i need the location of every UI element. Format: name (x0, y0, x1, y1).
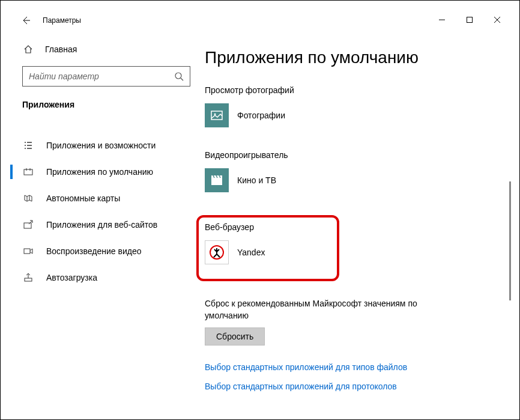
link-filetypes[interactable]: Выбор стандартных приложений для типов ф… (205, 362, 475, 372)
category-label: Просмотр фотографий (205, 85, 475, 95)
nav-startup[interactable]: Автозагрузка (10, 264, 202, 291)
video-icon (22, 246, 34, 256)
svg-rect-2 (24, 169, 32, 175)
category-video: Видеопроигрыватель Кино и ТВ (205, 150, 475, 193)
map-icon (22, 193, 34, 203)
close-icon (494, 17, 500, 23)
sidebar: Главная Найти параметр Приложения Прилож… (10, 30, 202, 410)
category-browser: Веб-браузер Yandex (205, 222, 277, 266)
app-tile-yandex[interactable]: Yandex (205, 239, 277, 266)
close-button[interactable] (483, 11, 511, 29)
nav-label: Автономные карты (46, 193, 120, 203)
reset-button[interactable]: Сбросить (205, 327, 265, 345)
home-label: Главная (45, 44, 77, 54)
svg-rect-8 (211, 178, 222, 185)
list-icon (22, 141, 34, 150)
search-icon (174, 72, 184, 81)
search-input[interactable]: Найти параметр (22, 66, 190, 87)
category-label: Видеопроигрыватель (205, 150, 475, 160)
share-icon (22, 220, 34, 230)
app-name: Фотографии (237, 111, 285, 120)
titlebar: Параметры (10, 11, 511, 30)
window-title: Параметры (43, 16, 81, 25)
reset-button-label: Сбросить (216, 332, 253, 341)
app-name: Yandex (237, 248, 265, 257)
arrow-left-icon (21, 16, 31, 25)
reset-description: Сброс к рекомендованным Майкрософт значе… (205, 298, 457, 321)
startup-icon (22, 273, 34, 282)
svg-rect-3 (24, 223, 31, 228)
nav-websites-apps[interactable]: Приложения для веб-сайтов (10, 212, 202, 238)
main-content: Приложения по умолчанию Просмотр фотогра… (202, 30, 511, 410)
nav-apps-features[interactable]: Приложения и возможности (10, 132, 202, 159)
minimize-icon (439, 17, 445, 23)
home-nav[interactable]: Главная (13, 41, 202, 58)
nav-label: Воспроизведение видео (46, 246, 141, 256)
scrollbar[interactable] (509, 181, 511, 300)
section-title: Приложения (10, 95, 202, 114)
nav-default-apps[interactable]: Приложения по умолчанию (10, 159, 202, 185)
movies-icon (205, 168, 229, 192)
minimize-button[interactable] (428, 11, 456, 29)
svg-point-7 (214, 114, 216, 115)
default-icon (22, 167, 34, 177)
page-heading: Приложения по умолчанию (205, 48, 475, 67)
yandex-icon (205, 240, 229, 264)
app-tile-photos[interactable]: Фотографии (205, 102, 315, 129)
maximize-button[interactable] (456, 11, 483, 29)
svg-rect-6 (211, 111, 222, 120)
svg-rect-4 (24, 249, 30, 254)
nav-offline-maps[interactable]: Автономные карты (10, 185, 202, 212)
svg-point-1 (175, 73, 181, 79)
photos-icon (205, 103, 229, 127)
category-photos: Просмотр фотографий Фотографии (205, 85, 475, 129)
app-tile-movies[interactable]: Кино и ТВ (205, 167, 306, 193)
nav-label: Приложения для веб-сайтов (46, 220, 157, 230)
category-label: Веб-браузер (205, 222, 277, 232)
home-icon (22, 44, 34, 54)
nav-video-playback[interactable]: Воспроизведение видео (10, 238, 202, 264)
link-protocols[interactable]: Выбор стандартных приложений для протоко… (205, 382, 475, 391)
nav-label: Автозагрузка (46, 273, 97, 282)
svg-rect-0 (467, 17, 473, 23)
back-button[interactable] (17, 12, 34, 29)
nav-label: Приложения и возможности (46, 141, 156, 150)
nav-label: Приложения по умолчанию (46, 167, 153, 177)
highlight-browser: Веб-браузер Yandex (196, 215, 339, 281)
svg-rect-5 (25, 278, 32, 281)
search-placeholder: Найти параметр (29, 72, 174, 81)
app-name: Кино и ТВ (237, 175, 276, 185)
maximize-icon (467, 17, 473, 23)
